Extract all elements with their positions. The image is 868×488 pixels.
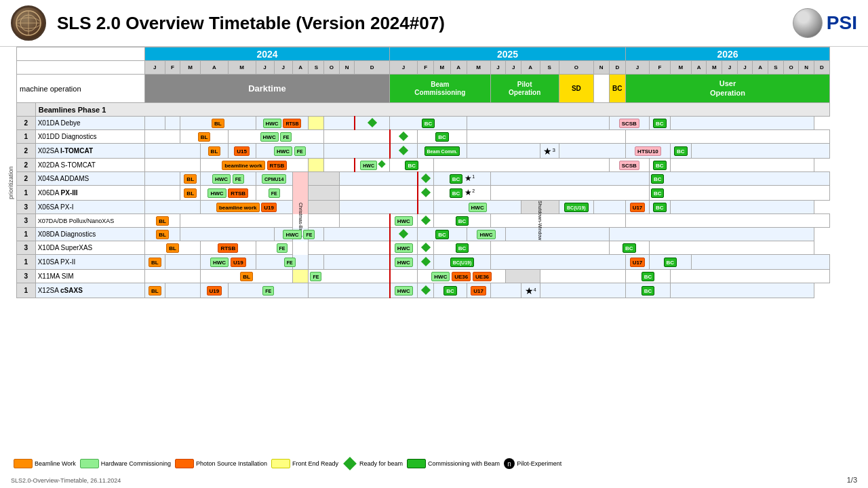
bar-hwc-x01dd: HWC (260, 132, 279, 142)
bar-bl-x07da: BL (156, 216, 169, 226)
name-x01da: X01DA Debye (35, 117, 144, 130)
month-2026-s: S (768, 61, 784, 75)
bar-bl-x01da: BL (212, 119, 224, 128)
legend-label-commissioning-beam: Commissioning with Beam (428, 460, 500, 467)
bar-u19-x10sa: U19 (231, 258, 246, 267)
bar-bl-x11ma: BL (240, 272, 253, 281)
bar-bc-x06da: BC (450, 188, 463, 198)
year-2026: 2026 (626, 47, 830, 61)
month-2025-f: F (418, 61, 434, 75)
month-2025-n: N (593, 61, 609, 75)
bar-scsb-x01da: SCSB (619, 119, 639, 128)
timetable-area: prioritization 2024 2 (0, 47, 868, 298)
row-x07da: 3 X07DA/DB Pollux/NanoXAS BL HWC (17, 214, 830, 228)
name-x10da: X10DA SuperXAS (35, 241, 144, 255)
bc-bar-2025: BC (609, 75, 625, 103)
psi-text: PSI (827, 12, 857, 34)
legend-label-beamline-work: Beamline Work (35, 460, 76, 467)
bar-hwc-x11ma: HWC (431, 272, 450, 281)
bar-ue36b-x11ma: UE36 (473, 272, 492, 281)
diamond-x01da (368, 117, 377, 127)
month-2025-j: J (390, 61, 418, 75)
diamond-x02sa (399, 145, 408, 155)
month-2026-a2: A (753, 61, 768, 75)
bar-blwork-x02da: beamline work (222, 161, 265, 170)
bar-beamcomm-x02sa: Beam Comm. (425, 146, 460, 156)
legend-ready-for-beam: Ready for beam (342, 459, 403, 468)
page: SLS 2.0 Overview Timetable (Version 2024… (0, 0, 868, 488)
bar-u17-x10sa: U17 (630, 258, 646, 267)
logo-left-icon (15, 9, 42, 37)
month-2025-d: D (609, 61, 625, 75)
prio-x06sa: 3 (17, 201, 36, 214)
diamond-x02da (378, 160, 385, 167)
name-x10sa: X10SA PX-II (35, 255, 144, 270)
legend-photon-source: Photon Source Installation (175, 459, 267, 468)
bar-u15-x02sa: U15 (234, 146, 250, 156)
legend-label-photon-source: Photon Source Installation (196, 460, 267, 467)
row-x08da: 1 X08DA Diagnostics BL HWC FE (17, 228, 830, 241)
legend-pilot-experiment: n Pilot-Experiment (504, 458, 561, 469)
legend-box-photon-source (175, 459, 194, 468)
bar-bl-x08da: BL (156, 230, 169, 239)
month-2024-o: O (324, 61, 340, 75)
bar-bl-x10sa: BL (149, 258, 161, 267)
bar-bc-x08da: BC (435, 230, 449, 239)
logo-right: PSI (793, 8, 857, 38)
gantt-table: 2024 2025 2026 J F M A M J J A S (16, 47, 830, 298)
row-x12sa: 1 X12SA cSAXS BL U19 FE (17, 283, 830, 298)
bar-bl-x12sa: BL (149, 286, 161, 296)
bar-scsb-x02da: SCSB (619, 161, 639, 170)
month-2025-a1: A (450, 61, 467, 75)
name-x12sa: X12SA cSAXS (35, 283, 144, 298)
legend-front-end: Front End Ready (271, 459, 338, 468)
bar-bc2-x02da: BC (653, 161, 667, 170)
prio-x10sa: 1 (17, 255, 36, 270)
month-2025-s: S (540, 61, 559, 75)
month-2024-j3: J (274, 61, 292, 75)
bar-hwc2-x08da: HWC (477, 230, 495, 239)
year-2025: 2025 (390, 47, 626, 61)
bar-blwork-x06sa: beamline work (216, 203, 260, 212)
bar-bcu19-x10sa: BC(U19) (450, 258, 475, 267)
month-2026-m2: M (707, 61, 722, 75)
diamond-x06da (421, 187, 431, 197)
bar-bc-x04sa-2026: BC (651, 174, 665, 184)
month-2026-f: F (649, 61, 670, 75)
bar-hwc-x02sa: HWC (274, 146, 292, 156)
bar-bc-x04sa: BC (450, 174, 463, 184)
bar-htsu10-x02sa: HTSU10 (635, 146, 661, 156)
diamond-x10sa (421, 256, 431, 266)
month-2024-a2: A (292, 61, 309, 75)
name-x02da: X02DA S-TOMCAT (35, 159, 144, 172)
month-2026-a1: A (691, 61, 707, 75)
bar-bl-x04sa: BL (184, 174, 197, 184)
month-2024-m2: M (228, 61, 256, 75)
star-4: ★ (525, 285, 534, 296)
prio-x10da: 3 (17, 241, 36, 255)
month-2024-d: D (355, 61, 390, 75)
row-x01dd: 1 X01DD Diagnostics BL HWC FE (17, 130, 830, 144)
bar-bc-x10da-2026: BC (623, 243, 636, 253)
name-x01dd: X01DD Diagnostics (35, 130, 144, 144)
bar-rtsb-x01da: RTSB (283, 119, 301, 128)
psi-logo-icon (793, 8, 823, 38)
page-title: SLS 2.0 Overview Timetable (Version 2024… (57, 13, 793, 34)
bar-u19-x12sa: U19 (207, 286, 222, 296)
diamond-x08da (399, 228, 408, 238)
bar-hwc-x06da: HWC (208, 188, 226, 198)
legend-hw-commissioning: Hardware Commissioning (80, 459, 171, 468)
bar-bc-x06da-2026: BC (651, 188, 665, 198)
bar-hwc-x12sa: HWC (395, 286, 413, 296)
star-1: ★ (465, 174, 472, 183)
month-2026-j: J (626, 61, 650, 75)
diamond-x01dd (399, 131, 408, 140)
month-2026-d: D (814, 61, 830, 75)
bar-u17-x06sa: U17 (630, 203, 646, 212)
month-2025-m2: M (467, 61, 490, 75)
month-2026-j3: J (737, 61, 753, 75)
bar-fe-x11ma: FE (310, 272, 321, 281)
month-row: J F M A M J J A S O N D J F M A (17, 61, 830, 75)
legend-star-icon: n (504, 458, 515, 469)
bar-bl-x06da: BL (184, 188, 197, 198)
